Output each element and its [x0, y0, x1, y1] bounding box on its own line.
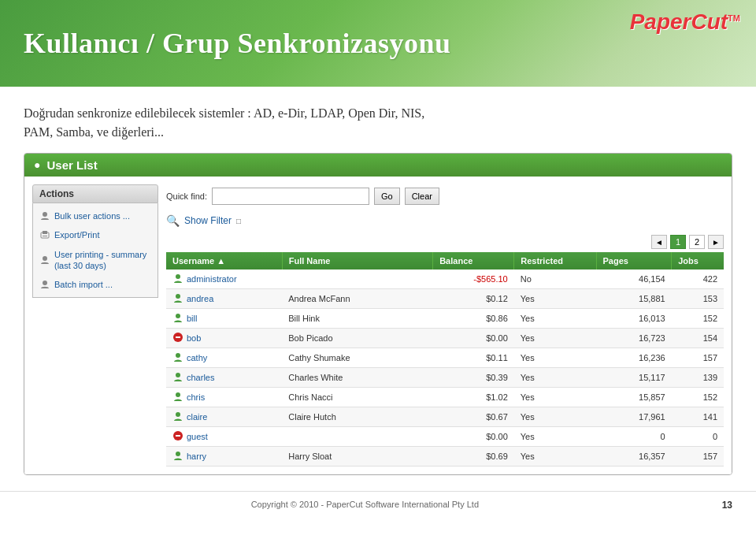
action-export-print[interactable]: Export/Print: [33, 225, 158, 244]
cell-jobs: 0: [672, 427, 724, 447]
col-header-username[interactable]: Username ▲: [166, 252, 282, 270]
filter-icon: 🔍: [166, 214, 180, 227]
user-status-icon: [172, 351, 183, 364]
user-list-title: User List: [46, 158, 97, 172]
user-list-header: ● User List: [24, 154, 732, 177]
cell-username: bill: [166, 309, 282, 329]
username-link[interactable]: bob: [187, 333, 201, 343]
clear-button[interactable]: Clear: [405, 188, 439, 205]
username-link[interactable]: chris: [187, 392, 205, 402]
cell-restricted: Yes: [514, 388, 596, 407]
filter-expand-icon: □: [236, 217, 241, 225]
footer: 13 Copyright © 2010 - PaperCut Software …: [0, 491, 756, 517]
batch-import-icon: [39, 279, 50, 290]
table-row: bill Bill Hink $0.86 Yes 16,013 152: [166, 309, 724, 329]
svg-point-11: [176, 353, 180, 358]
svg-point-12: [176, 373, 180, 377]
user-table: Username ▲ Full Name Balance Restricted …: [166, 252, 724, 467]
username-link[interactable]: bill: [187, 314, 197, 323]
page-2-btn[interactable]: 2: [689, 235, 705, 249]
batch-import-label: Batch import ...: [54, 279, 113, 290]
col-header-balance[interactable]: Balance: [433, 252, 514, 270]
quick-find-bar: Quick find: Go Clear: [166, 184, 724, 211]
cell-balance: $0.12: [433, 289, 514, 309]
user-status-icon: [172, 312, 183, 325]
cell-jobs: 422: [672, 270, 724, 289]
cell-fullname: Bob Picado: [282, 329, 432, 348]
prev-page-btn[interactable]: ◄: [651, 235, 667, 249]
action-batch-import[interactable]: Batch import ...: [33, 275, 158, 294]
svg-point-14: [176, 412, 180, 417]
bulk-user-label: Bulk user actions ...: [54, 210, 130, 221]
quick-find-label: Quick find:: [166, 191, 207, 201]
cell-restricted: Yes: [514, 309, 596, 329]
username-link[interactable]: harry: [187, 452, 206, 461]
cell-restricted: Yes: [514, 289, 596, 309]
page-1-btn[interactable]: 1: [670, 235, 686, 249]
action-user-printing[interactable]: User printing - summary (last 30 days): [33, 245, 158, 276]
table-row: harry Harry Sloat $0.69 Yes 16,357 157: [166, 447, 724, 467]
cell-balance: $0.11: [433, 348, 514, 368]
username-link[interactable]: charles: [187, 373, 214, 382]
username-link[interactable]: andrea: [187, 294, 213, 303]
search-input[interactable]: [212, 188, 369, 205]
svg-rect-2: [43, 231, 47, 234]
user-status-icon: [172, 332, 183, 344]
svg-rect-3: [43, 236, 47, 236]
table-row: administrator -$565.10 No 46,154 422: [166, 270, 724, 289]
right-content: Quick find: Go Clear 🔍 Show Filter □ ◄ 1…: [166, 184, 724, 467]
copyright-text: Copyright © 2010 - PaperCut Software Int…: [251, 500, 479, 509]
table-body: administrator -$565.10 No 46,154 422 and…: [166, 270, 724, 467]
cell-jobs: 157: [672, 447, 724, 467]
cell-username: administrator: [166, 270, 282, 289]
cell-jobs: 139: [672, 368, 724, 388]
col-header-restricted[interactable]: Restricted: [514, 252, 596, 270]
svg-point-13: [176, 392, 180, 397]
username-link[interactable]: claire: [187, 412, 207, 422]
logo-area: PaperCutTM: [630, 9, 740, 35]
cell-username: chris: [166, 388, 282, 407]
export-print-icon: [39, 229, 50, 240]
bulk-user-icon: [39, 210, 50, 221]
user-list-body: Actions Bulk user actions ... Export/Pri…: [24, 177, 732, 474]
show-filter-bar[interactable]: 🔍 Show Filter □: [166, 211, 724, 232]
cell-jobs: 153: [672, 289, 724, 309]
cell-balance: -$565.10: [433, 270, 514, 289]
cell-pages: 16,723: [596, 329, 672, 348]
cell-pages: 16,013: [596, 309, 672, 329]
subtitle: Doğrudan senkronize edilebilecek sisteml…: [0, 87, 756, 153]
next-page-btn[interactable]: ►: [708, 235, 724, 249]
cell-pages: 15,881: [596, 289, 672, 309]
user-status-icon: [172, 430, 183, 443]
papercut-logo: PaperCutTM: [630, 9, 740, 34]
cell-restricted: Yes: [514, 368, 596, 388]
table-row: guest $0.00 Yes 0 0: [166, 427, 724, 447]
cell-username: andrea: [166, 289, 282, 309]
cell-balance: $0.00: [433, 427, 514, 447]
export-print-label: Export/Print: [54, 229, 99, 240]
cell-balance: $0.39: [433, 368, 514, 388]
username-link[interactable]: cathy: [187, 353, 207, 362]
cell-username: cathy: [166, 348, 282, 368]
cell-fullname: Cathy Shumake: [282, 348, 432, 368]
col-header-jobs[interactable]: Jobs: [672, 252, 724, 270]
cell-fullname: Harry Sloat: [282, 447, 432, 467]
table-row: chris Chris Nacci $1.02 Yes 15,857 152: [166, 388, 724, 407]
action-bulk-user[interactable]: Bulk user actions ...: [33, 206, 158, 225]
user-status-icon: [172, 273, 183, 285]
col-header-pages[interactable]: Pages: [596, 252, 672, 270]
col-header-fullname[interactable]: Full Name: [282, 252, 432, 270]
table-header-row: Username ▲ Full Name Balance Restricted …: [166, 252, 724, 270]
cell-pages: 15,857: [596, 388, 672, 407]
user-list-icon: ●: [34, 159, 40, 172]
go-button[interactable]: Go: [374, 188, 400, 205]
username-link[interactable]: administrator: [187, 274, 237, 284]
cell-pages: 15,117: [596, 368, 672, 388]
svg-point-6: [176, 274, 180, 279]
username-link[interactable]: guest: [187, 432, 208, 441]
cell-username: guest: [166, 427, 282, 447]
cell-fullname: Andrea McFann: [282, 289, 432, 309]
cell-pages: 0: [596, 427, 672, 447]
svg-point-8: [176, 314, 180, 318]
page-number: 13: [722, 500, 748, 511]
